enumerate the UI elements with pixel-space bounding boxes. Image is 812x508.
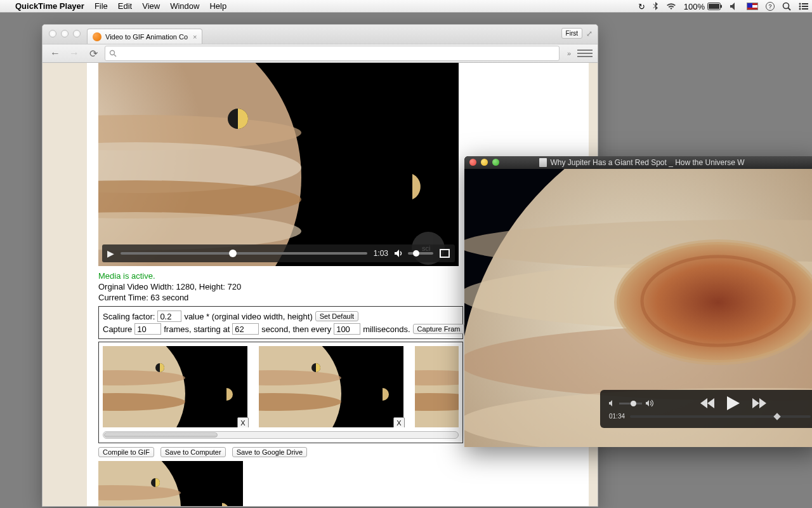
- volume-icon[interactable]: [730, 3, 739, 10]
- frame-delete-button[interactable]: X: [393, 417, 405, 427]
- qt-hud: 01:34: [600, 390, 812, 428]
- browser-toolbar: ← → ⟳ »: [43, 44, 598, 63]
- svg-point-11: [110, 51, 115, 55]
- qt-rewind-button[interactable]: [700, 398, 714, 408]
- bluetooth-icon[interactable]: [653, 2, 658, 11]
- wifi-icon[interactable]: [666, 3, 676, 10]
- fullscreen-button[interactable]: [440, 249, 450, 258]
- qt-forward-button[interactable]: [752, 398, 766, 408]
- svg-point-9: [799, 8, 801, 10]
- window-controls[interactable]: [49, 30, 81, 37]
- gif-preview: [98, 461, 243, 506]
- menu-view[interactable]: View: [142, 1, 160, 11]
- video-player[interactable]: sci ▶ 1:03: [98, 63, 459, 266]
- frame-thumb[interactable]: [415, 346, 459, 427]
- volume-slider[interactable]: [408, 252, 433, 255]
- browser-tab[interactable]: Video to GIF Animation Co ×: [87, 29, 202, 44]
- svg-point-3: [783, 3, 789, 9]
- capture-label: Capture: [103, 324, 132, 334]
- frame-thumb[interactable]: X: [259, 346, 403, 427]
- address-bar[interactable]: [105, 46, 560, 61]
- notification-center-icon[interactable]: [799, 3, 808, 10]
- play-button[interactable]: ▶: [107, 248, 114, 258]
- overflow-icon[interactable]: »: [567, 50, 571, 57]
- traffic-close[interactable]: [49, 30, 56, 37]
- video-time: 1:03: [374, 249, 388, 258]
- qt-titlebar[interactable]: Why Jupiter Has a Giant Red Spot _ How t…: [464, 156, 812, 169]
- frames-panel: X X: [98, 342, 463, 443]
- qt-seek-bar[interactable]: [630, 415, 811, 418]
- forward-button: →: [67, 46, 82, 60]
- qt-play-button[interactable]: [727, 396, 740, 410]
- url-input[interactable]: [121, 49, 555, 58]
- traffic-minimize[interactable]: [61, 30, 69, 37]
- svg-line-4: [789, 8, 791, 11]
- qt-vol-low-icon: [609, 400, 615, 406]
- menu-file[interactable]: File: [95, 1, 108, 11]
- interval-input[interactable]: [334, 323, 360, 335]
- svg-point-5: [799, 3, 801, 5]
- save-drive-button[interactable]: Save to Google Drive: [232, 447, 308, 457]
- capture-frames-button[interactable]: Capture Fram: [413, 324, 465, 334]
- document-icon: [539, 158, 547, 167]
- frames-input[interactable]: [134, 323, 161, 335]
- frames-after-label: frames, starting at: [164, 324, 230, 334]
- left-margin: [43, 63, 87, 506]
- svg-point-34: [415, 370, 459, 385]
- svg-point-7: [799, 6, 801, 8]
- svg-rect-8: [802, 6, 808, 7]
- app-name[interactable]: QuickTime Player: [15, 1, 84, 11]
- qt-vol-high-icon: [646, 399, 655, 407]
- compile-gif-button[interactable]: Compile to GIF: [98, 447, 154, 457]
- menu-icon[interactable]: [577, 46, 593, 60]
- qt-zoom[interactable]: [492, 159, 499, 166]
- help-icon[interactable]: ?: [766, 2, 775, 11]
- menu-edit[interactable]: Edit: [118, 1, 132, 11]
- frame-delete-button[interactable]: X: [237, 417, 249, 427]
- input-flag-icon[interactable]: [747, 3, 758, 10]
- qt-current-time: 01:34: [609, 413, 625, 420]
- video-seek[interactable]: [121, 252, 367, 255]
- qt-minimize[interactable]: [481, 159, 488, 166]
- svg-point-35: [415, 393, 459, 411]
- volume-icon[interactable]: [395, 249, 405, 258]
- scale-input[interactable]: [157, 311, 181, 322]
- svg-rect-10: [802, 8, 808, 10]
- traffic-zoom[interactable]: [73, 30, 81, 37]
- expand-icon[interactable]: ⤢: [586, 29, 593, 38]
- battery-percent: 100%: [684, 2, 705, 11]
- svg-point-23: [103, 346, 185, 427]
- menu-help[interactable]: Help: [209, 1, 226, 11]
- tab-title: Video to GIF Animation Co: [105, 33, 188, 41]
- set-default-button[interactable]: Set Default: [315, 311, 358, 321]
- menu-window[interactable]: Window: [170, 1, 199, 11]
- timemachine-icon[interactable]: ↻: [638, 2, 645, 11]
- svg-rect-2: [721, 5, 722, 8]
- interval-after-label: milliseconds.: [363, 324, 410, 334]
- first-button[interactable]: First: [561, 28, 582, 39]
- video-still: sci: [98, 63, 459, 266]
- video-controls: ▶ 1:03: [102, 244, 455, 262]
- svg-rect-1: [709, 4, 719, 9]
- svg-rect-6: [802, 3, 808, 4]
- start-input[interactable]: [232, 323, 259, 335]
- frames-scrollbar[interactable]: [103, 431, 459, 439]
- back-button[interactable]: ←: [48, 46, 63, 60]
- search-icon: [109, 50, 117, 57]
- save-computer-button[interactable]: Save to Computer: [160, 447, 226, 457]
- start-after-label: second, then every: [261, 324, 331, 334]
- spotlight-icon[interactable]: [782, 2, 791, 11]
- macos-menubar: QuickTime Player File Edit View Window H…: [0, 0, 812, 13]
- battery-status[interactable]: 100%: [684, 2, 723, 11]
- tab-favicon: [93, 32, 102, 41]
- qt-close[interactable]: [469, 159, 476, 166]
- quicktime-window: Why Jupiter Has a Giant Red Spot _ How t…: [464, 156, 812, 447]
- tab-close-icon[interactable]: ×: [193, 33, 197, 41]
- reload-button[interactable]: ⟳: [86, 46, 101, 60]
- svg-point-28: [259, 346, 341, 427]
- svg-point-33: [415, 346, 459, 427]
- frame-thumb[interactable]: X: [103, 346, 247, 427]
- qt-volume-slider[interactable]: [619, 403, 642, 404]
- scale-label: Scaling factor:: [103, 312, 155, 321]
- qt-window-controls[interactable]: [469, 159, 499, 166]
